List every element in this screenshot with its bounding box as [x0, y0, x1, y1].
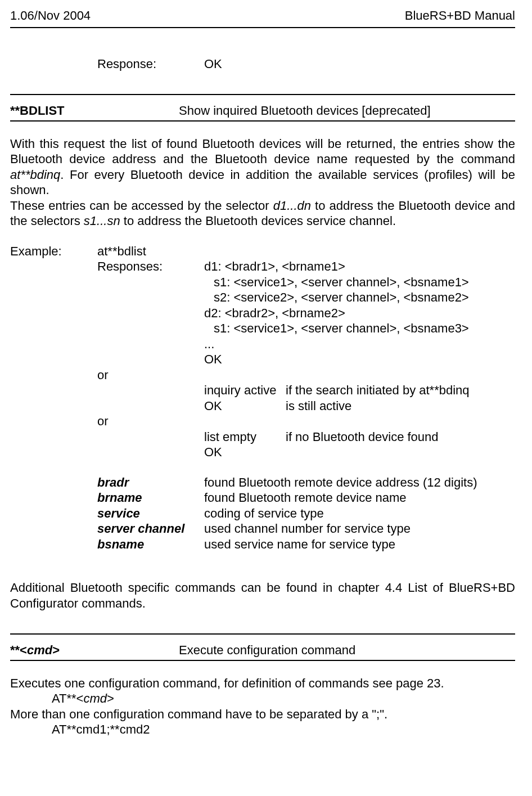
response-line: d1: <bradr1>, <brname1> — [204, 259, 515, 275]
header-divider — [10, 27, 515, 28]
param-name: service — [97, 506, 204, 521]
or-row: or — [10, 367, 515, 383]
page-content: 1.06/Nov 2004 BlueRS+BD Manual Response:… — [0, 0, 532, 754]
cmd-paragraph-1: Executes one configuration command, for … — [10, 676, 515, 691]
section-divider — [10, 633, 515, 635]
alt-response-right: if no Bluetooth device found — [286, 429, 515, 445]
param-name: brname — [97, 490, 204, 506]
bdlist-paragraph-1: With this request the list of found Blue… — [10, 136, 515, 198]
example-label: Example: — [10, 244, 97, 259]
response-row: Response: OK — [10, 56, 515, 72]
alt-response-left: inquiry active — [204, 383, 286, 398]
response-line: s1: <service1>, <server channel>, <bsnam… — [204, 321, 515, 336]
response-line: d2: <bradr2>, <brname2> — [204, 305, 515, 321]
alt-response-left: OK — [204, 444, 286, 460]
param-row: server channel used channel number for s… — [10, 521, 515, 537]
bdlist-paragraph-2: These entries can be accessed by the sel… — [10, 198, 515, 229]
or-label: or — [97, 367, 204, 383]
param-row: brname found Bluetooth remote device nam… — [10, 490, 515, 506]
responses-label: Responses: — [97, 259, 204, 275]
example-row: Example: at**bdlist — [10, 244, 515, 259]
param-desc: used channel number for service type — [204, 521, 515, 537]
cmd-paragraph-2: More than one configuration command have… — [10, 707, 515, 722]
param-name: server channel — [97, 521, 204, 537]
response-line: ... — [204, 336, 515, 352]
bdlist-after-paragraph: Additional Bluetooth specific commands c… — [10, 580, 515, 611]
cmd-code-2: AT**cmd1;**cmd2 — [10, 722, 515, 737]
bdlist-command-title: Show inquired Bluetooth devices [depreca… — [179, 103, 515, 119]
response-line: s2: <service2>, <server channel>, <bsnam… — [204, 290, 515, 305]
alt-response-right: is still active — [286, 398, 515, 414]
param-name: bradr — [97, 475, 204, 491]
param-desc: found Bluetooth remote device name — [204, 490, 515, 506]
param-desc: found Bluetooth remote device address (1… — [204, 475, 515, 491]
bdlist-section-header: **BDLIST Show inquired Bluetooth devices… — [10, 103, 515, 119]
responses-row: Responses: d1: <bradr1>, <brname1> — [10, 259, 515, 275]
or-label: or — [97, 413, 204, 429]
param-row: service coding of service type — [10, 506, 515, 521]
response-label: Response: — [97, 56, 204, 72]
response-line: OK — [204, 352, 515, 367]
param-desc: coding of service type — [204, 506, 515, 521]
page-header: 1.06/Nov 2004 BlueRS+BD Manual — [10, 8, 515, 24]
alt-response-left: list empty — [204, 429, 286, 445]
bdlist-command-name: **BDLIST — [10, 103, 179, 119]
response-line: s1: <service1>, <server channel>, <bsnam… — [204, 275, 515, 290]
alt-response-right: if the search initiated by at**bdinq — [286, 383, 515, 398]
param-name: bsname — [97, 537, 204, 552]
cmd-command-title: Execute configuration command — [179, 642, 515, 658]
alt-response-left: OK — [204, 398, 286, 414]
param-row: bradr found Bluetooth remote device addr… — [10, 475, 515, 491]
param-desc: used service name for service type — [204, 537, 515, 552]
example-command: at**bdlist — [97, 244, 204, 259]
cmd-section-header: **<cmd> Execute configuration command — [10, 642, 515, 658]
response-value: OK — [204, 56, 515, 72]
header-right: BlueRS+BD Manual — [405, 8, 515, 24]
or-row: or — [10, 413, 515, 429]
section-divider-top — [10, 94, 515, 95]
cmd-code-1: AT**<cmd> — [10, 691, 515, 707]
header-left: 1.06/Nov 2004 — [10, 8, 91, 24]
param-row: bsname used service name for service typ… — [10, 537, 515, 552]
cmd-command-name: **<cmd> — [10, 642, 179, 658]
